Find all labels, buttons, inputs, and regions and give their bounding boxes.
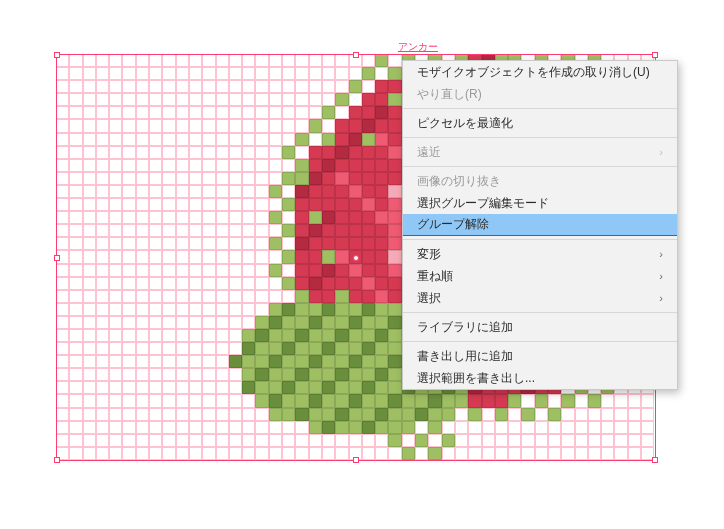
menu-label: 重ね順 (417, 268, 453, 285)
menu-export-selection[interactable]: 選択範囲を書き出し... (403, 367, 677, 389)
menu-transform[interactable]: 変形› (403, 243, 677, 265)
menu-label: 遠近 (417, 144, 441, 161)
menu-label: 選択 (417, 290, 441, 307)
menu-perspective: 遠近› (403, 141, 677, 163)
menu-separator (403, 341, 677, 342)
menu-label: 選択グループ編集モード (417, 195, 549, 212)
menu-pixel-optimize[interactable]: ピクセルを最適化 (403, 112, 677, 134)
menu-label: やり直し(R) (417, 86, 482, 103)
menu-add-to-library[interactable]: ライブラリに追加 (403, 316, 677, 338)
menu-label: ピクセルを最適化 (417, 115, 513, 132)
menu-label: 選択範囲を書き出し... (417, 370, 535, 387)
context-menu: モザイクオブジェクトを作成の取り消し(U) やり直し(R) ピクセルを最適化 遠… (402, 60, 678, 390)
menu-label: 書き出し用に追加 (417, 348, 513, 365)
menu-ungroup[interactable]: グループ解除 (403, 214, 677, 236)
chevron-right-icon: › (659, 248, 663, 260)
menu-label: グループ解除 (417, 216, 489, 233)
chevron-right-icon: › (659, 146, 663, 158)
menu-label: 変形 (417, 246, 441, 263)
menu-undo-mosaic[interactable]: モザイクオブジェクトを作成の取り消し(U) (403, 61, 677, 83)
menu-select[interactable]: 選択› (403, 287, 677, 309)
anchor-label: アンカー (398, 40, 438, 54)
menu-isolation-mode[interactable]: 選択グループ編集モード (403, 192, 677, 214)
menu-redo: やり直し(R) (403, 83, 677, 105)
chevron-right-icon: › (659, 292, 663, 304)
menu-separator (403, 239, 677, 240)
menu-label: ライブラリに追加 (417, 319, 513, 336)
menu-crop-image: 画像の切り抜き (403, 170, 677, 192)
chevron-right-icon: › (659, 270, 663, 282)
menu-arrange[interactable]: 重ね順› (403, 265, 677, 287)
menu-separator (403, 312, 677, 313)
menu-add-for-export[interactable]: 書き出し用に追加 (403, 345, 677, 367)
menu-separator (403, 137, 677, 138)
menu-label: 画像の切り抜き (417, 173, 501, 190)
menu-separator (403, 108, 677, 109)
menu-separator (403, 166, 677, 167)
menu-label: モザイクオブジェクトを作成の取り消し(U) (417, 64, 650, 81)
